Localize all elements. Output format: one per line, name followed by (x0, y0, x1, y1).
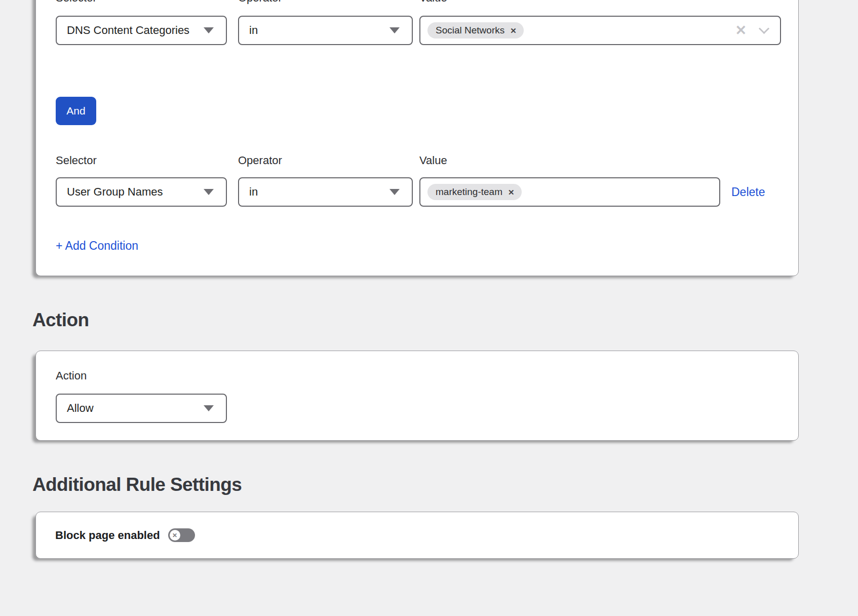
action-card: Action Allow (35, 351, 799, 441)
operator-dropdown[interactable]: in (238, 177, 413, 207)
value-multiselect[interactable]: Social Networks ✕ ✕ (419, 16, 781, 45)
chevron-down-icon (389, 189, 400, 195)
additional-settings-heading: Additional Rule Settings (32, 474, 858, 496)
toggle-off-icon: ✕ (170, 530, 180, 541)
action-dropdown-value: Allow (67, 402, 94, 415)
value-tag: marketing-team ✕ (427, 184, 522, 200)
selector-dropdown[interactable]: DNS Content Categories (56, 16, 227, 45)
value-column-label: Value (419, 154, 447, 167)
clear-all-icon[interactable]: ✕ (735, 24, 747, 37)
add-condition-link[interactable]: + Add Condition (56, 239, 138, 253)
action-section-heading: Action (32, 309, 858, 331)
chevron-down-icon (759, 23, 769, 34)
value-tag: Social Networks ✕ (427, 22, 524, 38)
value-tag-label: marketing-team (436, 186, 502, 198)
operator-dropdown-value: in (249, 24, 258, 37)
chevron-down-icon (204, 27, 214, 33)
selector-column-label: Selector (56, 154, 227, 167)
operator-column-label: Operator (238, 154, 413, 167)
remove-tag-icon[interactable]: ✕ (508, 188, 515, 196)
selector-dropdown-value: User Group Names (67, 185, 163, 199)
action-field-label: Action (56, 369, 87, 382)
chevron-down-icon (204, 405, 214, 411)
action-dropdown[interactable]: Allow (56, 394, 227, 423)
additional-settings-card: Block page enabled ✕ (35, 512, 799, 559)
and-button[interactable]: And (56, 97, 96, 125)
block-page-toggle[interactable]: ✕ (168, 528, 195, 542)
selector-column-label: Selector (56, 0, 227, 5)
selector-dropdown[interactable]: User Group Names (56, 177, 227, 207)
delete-condition-link[interactable]: Delete (731, 177, 765, 207)
operator-dropdown-value: in (249, 185, 258, 199)
chevron-down-icon (389, 27, 400, 33)
block-page-label: Block page enabled (55, 529, 160, 542)
policy-builder-page: Selector Operator Value DNS Content Cate… (0, 0, 858, 616)
chevron-down-icon (204, 189, 214, 195)
value-tag-label: Social Networks (436, 25, 504, 36)
value-column-label: Value (419, 0, 447, 5)
operator-dropdown[interactable]: in (238, 16, 413, 45)
remove-tag-icon[interactable]: ✕ (510, 27, 517, 34)
operator-column-label: Operator (238, 0, 413, 5)
conditions-card: Selector Operator Value DNS Content Cate… (35, 0, 799, 276)
value-multiselect[interactable]: marketing-team ✕ (419, 177, 720, 207)
selector-dropdown-value: DNS Content Categories (67, 24, 189, 37)
